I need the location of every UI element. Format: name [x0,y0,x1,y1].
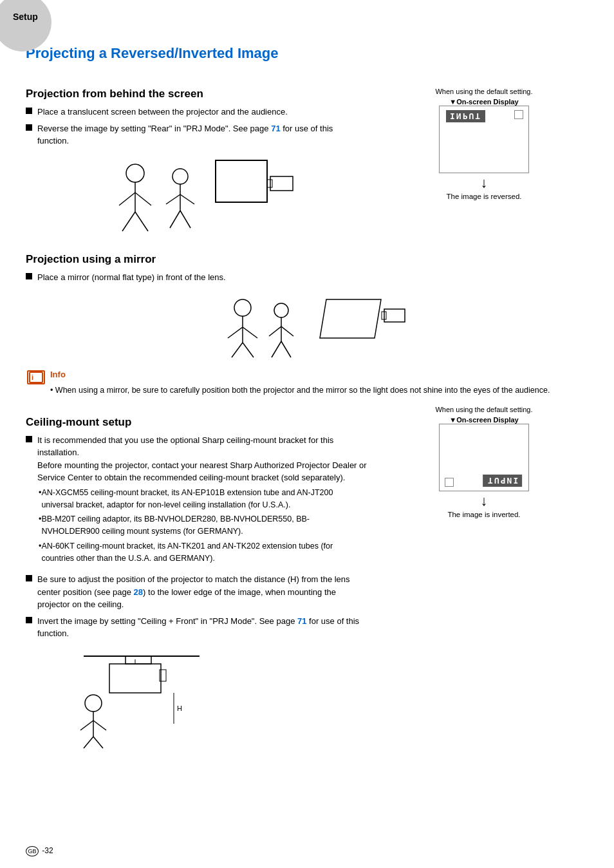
section3-subbullet-1c: AN-60KT ceiling-mount bracket, its AN-TK… [39,540,367,565]
svg-rect-2 [267,180,272,187]
osd2-container: When using the default setting. ▼On-scre… [380,406,588,518]
svg-line-22 [228,327,243,338]
svg-line-15 [170,211,180,228]
section3-bullet-2: Be sure to adjust the position of the pr… [26,573,367,611]
section1-bullets: Place a translucent screen between the p… [26,106,367,147]
section1-bullet-1: Place a translucent screen between the p… [26,106,367,118]
section3-subbullet-1a: AN-XGCM55 ceiling-mount bracket, its AN-… [39,487,367,511]
svg-text:H: H [177,704,182,712]
osd2-icon [445,478,454,487]
svg-line-14 [180,194,194,204]
osd1-caption: The image is reversed. [380,193,588,200]
svg-rect-0 [216,160,267,202]
bullet-icon-c2 [26,575,32,581]
section3-subbullet-1b: BB-M20T ceiling adaptor, its BB-NVHOLDER… [39,513,367,538]
bullet-icon-c3 [26,617,32,623]
osd2-caption: The image is inverted. [380,511,588,518]
info-box: i Info • When using a mirror, be sure to… [26,370,588,397]
section3-bullet-1: It is recommended that you use the optio… [26,434,367,570]
section3-heading: Ceiling-mount setup [26,416,367,429]
svg-point-39 [85,695,102,712]
section1-bullet-2: Reverse the image by setting "Rear" in "… [26,122,367,147]
section3-layout: Ceiling-mount setup It is recommended th… [26,406,588,759]
osd1-arrow: ↓ [380,176,588,190]
svg-line-31 [281,341,291,357]
section3-right: When using the default setting. ▼On-scre… [380,406,588,759]
svg-point-5 [126,164,144,182]
svg-line-23 [243,327,257,338]
page-num-text: -32 [42,846,53,855]
svg-line-44 [93,737,103,748]
section3-left: Ceiling-mount setup It is recommended th… [26,406,367,759]
osd2-label-arrow: ▼On-screen Display [380,416,588,424]
info-icon-svg: i [29,372,43,383]
ceiling-mount-svg: H [64,646,219,750]
gb-circle: GB [26,846,39,856]
section3-bullet-3: Invert the image by setting "Ceiling + F… [26,615,367,640]
osd1-box: INPUT [439,106,529,173]
link-28[interactable]: 28 [134,587,143,597]
section3-illustration: H [64,646,367,750]
svg-line-28 [269,326,281,336]
svg-line-10 [135,212,148,231]
link-71-section1[interactable]: 71 [271,124,280,133]
info-content: • When using a mirror, be sure to carefu… [50,384,550,397]
svg-line-7 [119,193,135,205]
osd1-label-top: When using the default setting. [380,88,588,95]
svg-line-16 [180,211,191,228]
svg-line-25 [243,343,254,357]
section1-left: Projection from behind the screen Place … [26,77,367,247]
svg-line-24 [232,343,243,357]
svg-line-9 [122,212,135,231]
link-71-section3[interactable]: 71 [297,616,306,626]
svg-marker-17 [320,299,381,338]
svg-rect-36 [109,664,161,693]
svg-point-26 [274,303,288,317]
svg-text:i: i [32,373,33,381]
mirror-projection-svg [207,290,407,361]
section2-bullets: Place a mirror (normal flat type) in fro… [26,271,588,284]
bullet-icon-1 [26,108,32,114]
section1-illustration [26,154,367,238]
section2-bullet-1: Place a mirror (normal flat type) in fro… [26,271,588,284]
svg-rect-18 [384,309,405,322]
svg-point-11 [172,169,188,184]
info-icon-wrapper: i [26,370,46,385]
svg-point-20 [234,299,251,316]
info-header: Info [50,370,550,382]
osd1-icon [514,110,523,119]
section3-subbullets-1: AN-XGCM55 ceiling-mount bracket, its AN-… [26,487,367,567]
osd2-box: INPUT [439,424,529,491]
setup-tab-label: Setup [13,12,38,22]
section1-layout: Projection from behind the screen Place … [26,77,588,247]
info-label: Info [50,370,66,379]
svg-line-29 [281,326,293,336]
main-content: Projecting a Reversed/Inverted Image Pro… [0,32,614,784]
osd1-label-arrow: ▼On-screen Display [380,98,588,106]
svg-line-43 [84,737,93,748]
svg-line-41 [80,721,93,730]
page-title: Projecting a Reversed/Inverted Image [26,45,588,62]
svg-rect-35 [126,656,151,664]
svg-line-42 [93,721,106,730]
osd2-label-top: When using the default setting. [380,406,588,413]
bullet-icon-s2 [26,273,32,279]
section1-right: When using the default setting. ▼On-scre… [380,77,588,247]
osd2-input-label: INPUT [483,475,522,487]
section3-bullets: It is recommended that you use the optio… [26,434,367,640]
svg-rect-1 [270,176,293,191]
setup-tab: Setup [0,0,71,39]
rear-projection-svg [97,154,296,238]
svg-line-13 [166,194,180,204]
section2-illustration [26,290,588,361]
info-content-wrapper: Info • When using a mirror, be sure to c… [50,370,550,397]
page-number: GB -32 [26,846,53,856]
osd1-input-label: INPUT [446,110,485,122]
bullet-icon-2 [26,124,32,131]
section1-heading: Projection from behind the screen [26,88,367,100]
section2-heading: Projection using a mirror [26,253,588,266]
osd1-container: When using the default setting. ▼On-scre… [380,88,588,200]
osd2-arrow: ↓ [380,494,588,508]
svg-line-30 [272,341,281,357]
bullet-icon-c1 [26,436,32,442]
